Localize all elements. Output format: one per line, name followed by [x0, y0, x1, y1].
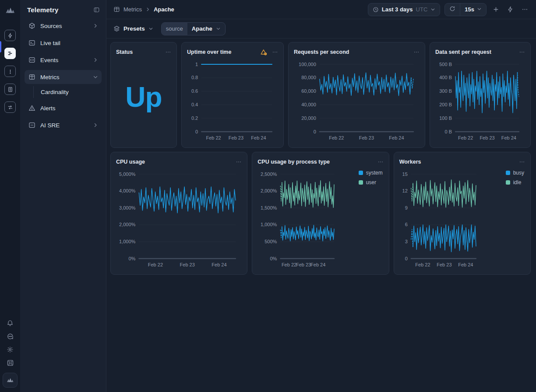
- refresh-control: 15s: [444, 3, 487, 16]
- code-icon: [28, 56, 36, 63]
- workers-card: Workers 15129630Feb 22Feb 23Feb 24busyid…: [394, 152, 531, 275]
- time-range-button[interactable]: Last 3 days UTC: [368, 3, 441, 16]
- sidebar: Telemetry Sources Live tail Events Metri…: [20, 0, 106, 392]
- bolt-icon[interactable]: [4, 30, 16, 41]
- legend-label: user: [366, 179, 376, 186]
- legend-swatch: [359, 180, 363, 185]
- refresh-interval-label: 15s: [465, 6, 474, 13]
- svg-text:400 B: 400 B: [439, 75, 452, 80]
- warning-icon[interactable]: [260, 49, 268, 56]
- chevron-down-icon: [148, 26, 153, 31]
- requests-chart[interactable]: 100,00080,00060,00040,00020,0000Feb 22Fe…: [294, 58, 420, 142]
- feedback-icon[interactable]: [7, 333, 14, 340]
- svg-text:0%: 0%: [128, 256, 135, 261]
- theme-icon[interactable]: [7, 346, 14, 353]
- source-filter-chip[interactable]: source Apache: [161, 22, 226, 35]
- svg-text:0.4: 0.4: [191, 102, 198, 107]
- sidebar-item-label: Metrics: [40, 74, 88, 80]
- data-sent-chart[interactable]: 500 B400 B300 B200 B100 B0 BFeb 22Feb 23…: [435, 58, 525, 142]
- sidebar-item-sources[interactable]: Sources: [25, 19, 102, 33]
- breadcrumb: Metrics Apache: [113, 6, 174, 13]
- card-menu-icon[interactable]: [519, 159, 525, 165]
- chevron-right-icon: [93, 23, 98, 28]
- sidebar-item-alerts[interactable]: Alerts: [25, 101, 102, 115]
- svg-text:Feb 22: Feb 22: [329, 135, 344, 140]
- logo-icon[interactable]: [3, 373, 18, 388]
- legend-swatch: [359, 171, 363, 175]
- svg-text:Feb 24: Feb 24: [251, 135, 266, 140]
- card-menu-icon[interactable]: [413, 49, 420, 55]
- zap-icon[interactable]: [505, 4, 515, 14]
- svg-text:0%: 0%: [270, 256, 277, 261]
- svg-text:2,000%: 2,000%: [119, 222, 136, 227]
- svg-text:500%: 500%: [265, 239, 277, 244]
- sidebar-item-live-tail[interactable]: Live tail: [25, 36, 102, 50]
- cpu-usage-chart[interactable]: 5,000%4,000%3,000%2,000%1,000%0%Feb 22Fe…: [116, 168, 242, 269]
- chevron-down-icon: [430, 7, 435, 12]
- ellipsis-icon[interactable]: [520, 4, 530, 14]
- legend-item[interactable]: idle: [506, 179, 524, 186]
- svg-text:0: 0: [314, 129, 316, 134]
- sidebar-item-label: Live tail: [40, 40, 98, 46]
- presets-button[interactable]: Presets: [113, 25, 153, 32]
- sidebar-item-metrics[interactable]: Metrics: [25, 70, 102, 84]
- legend-item[interactable]: busy: [506, 170, 524, 176]
- svg-text:2,500%: 2,500%: [261, 172, 277, 177]
- presets-label: Presets: [123, 25, 145, 32]
- svg-text:500 B: 500 B: [439, 62, 452, 67]
- card-menu-icon[interactable]: [272, 49, 278, 55]
- refresh-button[interactable]: [445, 4, 460, 16]
- svg-text:5,000%: 5,000%: [119, 172, 136, 177]
- card-menu-icon[interactable]: [519, 49, 525, 55]
- uptime-chart[interactable]: 10.80.60.40.20Feb 22Feb 23Feb 24: [187, 58, 278, 142]
- timezone-label: UTC: [416, 6, 428, 13]
- status-value: Up: [116, 56, 171, 142]
- svg-text:80,000: 80,000: [301, 75, 316, 80]
- svg-text:20,000: 20,000: [301, 116, 316, 121]
- card-title: Data sent per request: [435, 49, 491, 55]
- svg-text:0.8: 0.8: [191, 75, 198, 80]
- sidebar-item-ai-sre[interactable]: AI SRE: [25, 118, 102, 132]
- svg-text:Feb 22: Feb 22: [282, 262, 296, 267]
- refresh-interval-button[interactable]: 15s: [460, 4, 486, 16]
- legend-label: busy: [513, 170, 524, 176]
- cpu-by-process-card: CPU usage by process type 2,500%2,000%1,…: [252, 152, 389, 275]
- shortcuts-icon[interactable]: [7, 359, 14, 367]
- legend-swatch: [506, 171, 510, 175]
- rail-top-icons: [4, 30, 16, 113]
- sidebar-item-cardinality[interactable]: Cardinality: [25, 86, 102, 98]
- svg-text:Feb 24: Feb 24: [458, 262, 473, 267]
- refresh-icon: [449, 6, 455, 13]
- clock-icon: [373, 7, 379, 13]
- alert-square-icon[interactable]: [4, 66, 16, 77]
- card-menu-icon[interactable]: [236, 159, 242, 165]
- svg-text:60,000: 60,000: [301, 88, 316, 94]
- cpu-by-process-chart[interactable]: 2,500%2,000%1,500%1,000%500%0%Feb 22Feb …: [257, 168, 383, 269]
- breadcrumb-section[interactable]: Metrics: [123, 6, 142, 13]
- sidebar-title: Telemetry: [27, 6, 59, 14]
- svg-text:100 B: 100 B: [439, 116, 452, 121]
- card-menu-icon[interactable]: [377, 159, 384, 165]
- chevron-down-icon: [477, 6, 482, 13]
- app-window: Telemetry Sources Live tail Events Metri…: [0, 0, 536, 392]
- telemetry-icon[interactable]: [4, 48, 16, 59]
- svg-text:6: 6: [405, 222, 407, 227]
- svg-text:Feb 23: Feb 23: [437, 262, 451, 267]
- sidebar-item-events[interactable]: Events: [25, 53, 102, 67]
- workers-chart[interactable]: 15129630Feb 22Feb 23Feb 24busyidle: [399, 168, 525, 269]
- flows-icon[interactable]: [4, 102, 16, 113]
- legend-item[interactable]: user: [359, 179, 383, 186]
- svg-text:200 B: 200 B: [439, 102, 452, 107]
- chart-legend: systemuser: [359, 170, 383, 186]
- plus-icon[interactable]: [491, 4, 501, 14]
- bell-icon[interactable]: [7, 320, 14, 327]
- card-menu-icon[interactable]: [165, 49, 171, 55]
- legend-item[interactable]: system: [359, 170, 383, 176]
- svg-text:Feb 23: Feb 23: [180, 262, 195, 267]
- filter-key: source: [162, 23, 187, 35]
- svg-text:Feb 24: Feb 24: [501, 135, 516, 140]
- logs-icon[interactable]: [4, 84, 16, 95]
- collapse-sidebar-icon[interactable]: [93, 7, 100, 13]
- svg-text:Feb 22: Feb 22: [415, 262, 430, 267]
- dashboard: Status Up Uptime over time 10.80.60.40.2…: [106, 38, 536, 392]
